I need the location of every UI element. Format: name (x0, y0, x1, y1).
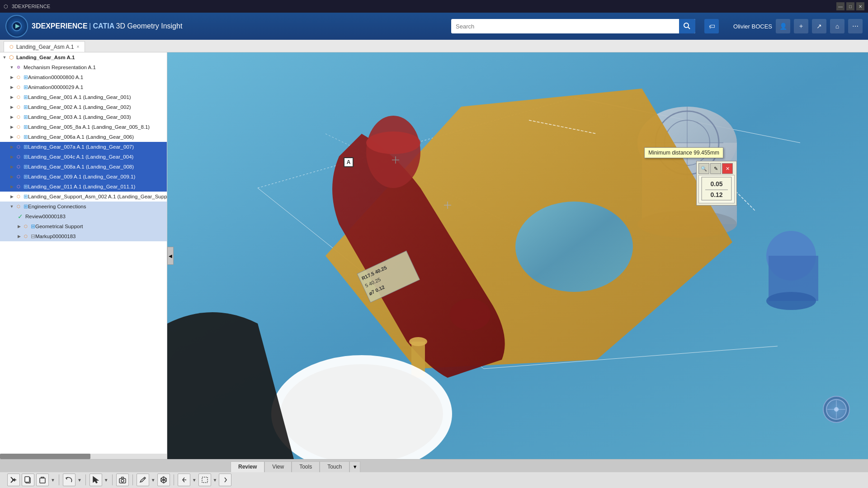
nav-back-button[interactable] (178, 474, 190, 486)
measure-zoom-button[interactable]: 🔍 (698, 163, 709, 174)
tree-item-review[interactable]: ✓ Review00000183 (0, 211, 167, 221)
svg-rect-59 (202, 477, 208, 483)
expand-icon: ▶ (9, 75, 14, 80)
tree-item-label: Markup00000183 (35, 234, 76, 239)
nav-dropdown-arrow: ▼ (192, 478, 197, 483)
tree-item-gear004c[interactable]: ▶ ⬡ ⊞ Landing_Gear_004c A.1 (Landing_Gea… (0, 152, 167, 162)
measure-edit-button[interactable]: ✎ (710, 163, 721, 174)
markup-icon: ⬡ (22, 232, 30, 240)
tree-item-icon2: ⊞ (24, 84, 28, 90)
tree-item-icon2: ⊟ (31, 233, 35, 239)
camera-tool-button[interactable] (116, 474, 129, 486)
selection-tool-button[interactable] (90, 474, 102, 486)
svg-point-26 (409, 337, 427, 346)
tree-item-gear005[interactable]: ▶ ⬡ ⊞ Landing_Gear_005_8a A.1 (Landing_G… (0, 122, 167, 132)
expand-icon: ▶ (9, 94, 14, 100)
cut-tool-button[interactable] (7, 474, 20, 486)
tree-item-icon2: ⊞ (24, 154, 28, 160)
play-button-logo[interactable] (5, 15, 28, 38)
expand-icon: ▶ (9, 154, 14, 160)
part-icon: ⬡ (14, 143, 23, 151)
tree-item-eng-connections[interactable]: ▼ ⬡ ⊞ Engineering Connections (0, 202, 167, 211)
bottom-toolbar: Review View Tools Touch ▼ (0, 459, 868, 488)
tree-item-label: Landing_Gear_003 A.1 (Landing_Gear_003) (28, 114, 131, 120)
undo-button[interactable] (63, 474, 75, 486)
tree-item-gear003[interactable]: ▶ ⬡ ⊞ Landing_Gear_003 A.1 (Landing_Gear… (0, 112, 167, 122)
3d-viewport[interactable]: R17.5 40.25 5 40.25 ⌀7 0.12 A Minimum di… (167, 52, 868, 459)
tree-item-label: Landing_Gear_006a A.1 (Landing_Gear_006) (28, 134, 134, 140)
mechanism-icon: ⚙ (14, 63, 23, 71)
tab-tools[interactable]: Tools (292, 461, 320, 472)
tree-item-gear006[interactable]: ▶ ⬡ ⊞ Landing_Gear_006a A.1 (Landing_Gea… (0, 132, 167, 142)
tab-close-button[interactable]: × (76, 44, 79, 49)
tree-item-anim1[interactable]: ▶ ⬡ ⊞ Animation00000800 A.1 (0, 72, 167, 82)
toolbar-separator-3 (112, 474, 113, 485)
expand-icon: ▼ (2, 55, 7, 60)
compass (823, 396, 850, 423)
tree-item-mechanism[interactable]: ▼ ⚙ Mechanism Representation A.1 (0, 62, 167, 72)
selection-dropdown-arrow: ▼ (104, 478, 108, 483)
box-select-button[interactable] (198, 474, 211, 486)
user-profile-button[interactable]: 👤 (776, 19, 790, 33)
share-button[interactable]: ↗ (812, 19, 826, 33)
paste-tool-button[interactable] (36, 474, 49, 486)
titlebar-left: ⬡ 3DEXPERIENCE (4, 4, 50, 9)
tree-item-gear002[interactable]: ▶ ⬡ ⊞ Landing_Gear_002 A.1 (Landing_Gear… (0, 102, 167, 112)
tree-item-gear008[interactable]: ▶ ⬡ ⊞ Landing_Gear_008a A.1 (Landing_Gea… (0, 162, 167, 172)
tree-item-icon2: ⊞ (24, 134, 28, 140)
tree-item-label: Mechanism Representation A.1 (24, 65, 96, 70)
tree-item-gear001[interactable]: ▶ ⬡ ⊞ Landing_Gear_001 A.1 (Landing_Gear… (0, 92, 167, 102)
tree-item-label: Landing_Gear_Support_Asm_002 A.1 (Landin… (28, 194, 167, 199)
review-check-icon: ✓ (16, 212, 24, 221)
scrollbar-thumb[interactable] (0, 454, 90, 459)
search-bar (451, 19, 695, 33)
toolbar-expand-button[interactable]: ▼ (349, 461, 360, 472)
svg-text:0.12: 0.12 (710, 191, 722, 198)
minimize-button[interactable]: — (836, 2, 844, 10)
copy-tool-button[interactable] (22, 474, 34, 486)
tree-item-gear007[interactable]: ▶ ⬡ ⊞ Landing_Gear_007a A.1 (Landing_Gea… (0, 142, 167, 152)
tree-item-markup[interactable]: ▶ ⬡ ⊟ Markup00000183 (0, 231, 167, 241)
search-button[interactable] (679, 19, 695, 33)
tab-view[interactable]: View (264, 461, 292, 472)
horizontal-scrollbar[interactable] (0, 454, 167, 459)
tree-item-gear011[interactable]: ▶ ⬡ ⊞ Landing_Gear_011 A.1 (Landing_Gear… (0, 182, 167, 192)
search-input[interactable] (451, 23, 679, 30)
maximize-button[interactable]: □ (846, 2, 854, 10)
titlebar-controls[interactable]: — □ ✕ (836, 2, 864, 10)
expand-icon: ▶ (9, 164, 14, 169)
tooltip-text: Minimum distance 99.455mm (648, 150, 719, 156)
main-tab[interactable]: ⬡ Landing_Gear_Asm A.1 × (4, 41, 85, 52)
tab-touch[interactable]: Touch (320, 461, 349, 472)
home-button[interactable]: ⌂ (830, 19, 844, 33)
3d-box-button[interactable] (157, 474, 170, 486)
app-icon: ⬡ (4, 4, 8, 9)
expand-icon: ▶ (9, 134, 14, 140)
tree-item-icon2: ⊞ (31, 223, 35, 230)
logo-area: 3DEXPERIENCE | CATIA 3D Geometry Insight (5, 15, 182, 38)
measure-close-button[interactable]: ✕ (722, 163, 733, 174)
asm-icon: ⬡ (7, 53, 15, 61)
svg-rect-48 (25, 477, 29, 482)
part-icon: ⬡ (14, 123, 23, 131)
nav-forward-button[interactable] (219, 474, 231, 486)
tag-button[interactable]: 🏷 (704, 19, 719, 33)
part-icon: ⬡ (14, 113, 23, 121)
close-button[interactable]: ✕ (856, 2, 864, 10)
add-button[interactable]: ＋ (794, 19, 808, 33)
draw-tool-button[interactable] (137, 474, 149, 486)
tree-item-support[interactable]: ▶ ⬡ ⊞ Landing_Gear_Support_Asm_002 A.1 (… (0, 192, 167, 202)
connection-icon: ⬡ (14, 202, 23, 211)
toolbar-separator-1 (59, 474, 59, 485)
tree-item-gear009[interactable]: ▶ ⬡ ⊞ Landing_Gear_009 A.1 (Landing_Gear… (0, 172, 167, 182)
expand-icon: ▶ (16, 234, 22, 239)
tree-item-anim2[interactable]: ▶ ⬡ ⊞ Animation00000029 A.1 (0, 82, 167, 92)
tree-item-root[interactable]: ▼ ⬡ Landing_Gear_Asm A.1 (0, 52, 167, 62)
settings-button[interactable]: ⋯ (848, 19, 863, 33)
tab-review[interactable]: Review (231, 461, 264, 472)
svg-line-3 (688, 27, 690, 29)
part-icon: ⬡ (14, 163, 23, 171)
panel-collapse-button[interactable]: ◀ (167, 247, 174, 265)
tree-item-geom-support[interactable]: ▶ ⬡ ⊞ Geometrical Support (0, 221, 167, 231)
expand-icon: ▶ (9, 84, 14, 90)
